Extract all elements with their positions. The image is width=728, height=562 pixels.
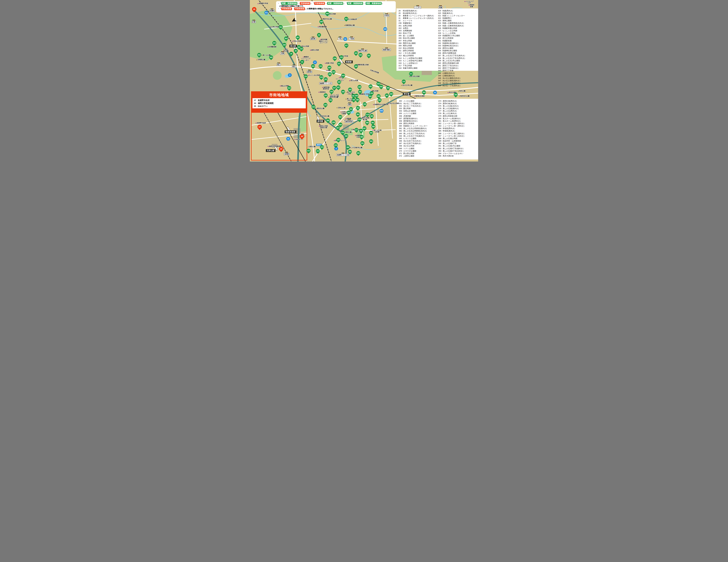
stop-number: 315 [399, 60, 403, 62]
bus-stop-marker[interactable]: 349 [362, 101, 367, 107]
bus-stop-marker[interactable]: 357 [335, 125, 341, 130]
stop-number: 368 [399, 145, 403, 147]
bus-stop-marker[interactable]: 379 [365, 112, 370, 117]
bus-stop-marker[interactable]: 328 [336, 79, 342, 85]
traffic-light-icon [361, 48, 364, 49]
stop-number: 391 [438, 145, 443, 147]
bus-stop-marker[interactable]: 322 [339, 54, 344, 60]
stop-name: 筑紫南コミュニティセンター [403, 125, 427, 127]
bus-stop-marker[interactable]: 331 [366, 53, 372, 58]
stop-number: 367 [399, 142, 403, 145]
stop-number: 25 [254, 105, 258, 108]
bus-stop-marker[interactable]: 386 [364, 120, 370, 125]
bus-stop-marker[interactable]: 313 [286, 85, 292, 91]
stop-name: 徳永外科・山本医院前 [443, 140, 461, 142]
stop-list-item: 331筑紫駅前通 [438, 40, 478, 42]
stop-list-item: 316ちくし台団地入口 [399, 62, 438, 65]
bus-stop-marker[interactable]: 355 [378, 84, 384, 89]
stop-list-item: 379原田公民館東分館 [438, 115, 478, 117]
bus-stop-marker[interactable]: 335 [323, 102, 328, 108]
bus-stop-marker[interactable]: 311 [296, 44, 302, 50]
bus-stop-marker[interactable]: 31 [299, 59, 305, 65]
stop-name: 筑紫駅前通 [442, 40, 452, 42]
stop-list-item: 381老人ホーム前(西向き) [438, 120, 478, 122]
bus-stop-marker[interactable]: 24 [278, 146, 284, 152]
traffic-light-icon [293, 64, 295, 65]
area-tag-chikushi: 筑紫・筑紫南地域 [327, 2, 343, 5]
stop-list-item: 309岡田公民館 [399, 45, 438, 47]
bus-stop-marker[interactable]: 391 [360, 140, 365, 146]
bus-stop-marker[interactable]: 345 [355, 97, 360, 102]
stop-list-item: 354五郎山古墳館前 [399, 110, 438, 112]
stop-list-mid-col2: 373原田IC東(西向き)374原田IC東(東向き)375美しが丘南(北向き)3… [438, 100, 478, 159]
stop-list-item: 352光が丘二丁目(北向き) [399, 105, 438, 107]
bus-stop-marker[interactable]: 333 [323, 92, 328, 98]
bus-stop-marker[interactable]: 336 [328, 97, 333, 103]
place-dot-icon [345, 118, 346, 119]
stop-name: 桜台公民館前 [403, 47, 414, 50]
stop-list-item: 328ちくしヶ丘団地 [438, 32, 478, 35]
bus-stop-marker[interactable]: 324 [323, 76, 328, 82]
place-dot-icon [458, 91, 459, 92]
map-stage[interactable]: ➤ ・「筑紫・筑紫南地域→市街地地域」「市街地地域→筑紫・筑紫南地域」「筑紫・筑… [250, 0, 478, 162]
bus-stop-marker[interactable]: 301 [278, 24, 283, 30]
bus-stop-marker[interactable]: 32 [316, 32, 322, 38]
stop-name: 光が丘四丁目(南向き) [403, 142, 421, 145]
bus-stop-marker[interactable]: 378 [357, 117, 362, 122]
stop-list-item: 303永岡隣保館 [399, 30, 438, 32]
map-place-label: 筑紫 [326, 70, 331, 71]
bus-stop-marker[interactable]: 25 [251, 6, 257, 12]
stop-name: 永岡公民館 [403, 25, 412, 27]
stop-name: 光が丘公民館 [403, 145, 414, 147]
bus-stop-marker[interactable]: 372 [306, 148, 311, 153]
stop-list-item: 321筑紫コミュニティセンター [438, 15, 478, 17]
urban-area-item: 17筑紫野市役所 [254, 99, 304, 102]
bus-stop-marker[interactable]: 367 [384, 92, 390, 98]
bus-stop-marker[interactable]: 316 [318, 63, 323, 69]
stop-name: 美しが丘(西向き) [443, 110, 457, 112]
bus-stop-marker[interactable]: 389 [345, 144, 351, 150]
stop-list-item: 326筑紫駅前通公民館 [438, 27, 478, 30]
place-dot-icon [256, 59, 257, 60]
bus-stop-marker[interactable]: 306 [282, 42, 287, 47]
stop-name: 筑紫(東向き) [442, 12, 453, 15]
stop-name: ニュータウン第一(西向き) [443, 125, 464, 127]
bus-stop-marker[interactable]: 361 [355, 105, 361, 111]
map-place-label: 美しが丘南 公民館 [373, 129, 381, 133]
stop-number: 393 [438, 150, 443, 152]
stop-list-item: 348光が丘一丁目(東向き) [438, 82, 478, 84]
bus-stop-marker[interactable]: 320 [327, 65, 332, 70]
stop-list-item: 338美しが丘北1丁目北(西向き) [438, 57, 478, 60]
bus-stop-marker[interactable]: 371 [408, 71, 414, 77]
bus-stop-marker[interactable]: 382 [343, 133, 349, 139]
stop-list-item: 301永岡公民館 [399, 25, 438, 27]
bus-stop-marker[interactable]: 312 [343, 16, 349, 22]
bus-stop-marker[interactable]: 308 [319, 19, 324, 24]
stop-name: 原田駅前(南向き) [403, 117, 417, 120]
stop-list-item: 342原田三丁目(南向き) [438, 67, 478, 69]
stop-number: 382 [438, 122, 443, 125]
stop-name: 美しが丘北1号公園前 [442, 60, 460, 62]
bus-stop-marker[interactable]: 29 [288, 51, 294, 56]
place-dot-icon [388, 103, 389, 104]
map-place-label: 筑紫野中学校 [258, 3, 268, 5]
stop-number: 313 [399, 54, 403, 57]
bus-stop-marker[interactable]: 368 [385, 85, 391, 90]
stop-list-item: 330若江公民館前 [438, 37, 478, 39]
stop-number: 305 [399, 35, 403, 37]
bus-stop-marker[interactable]: 330 [353, 63, 359, 69]
bus-stop-marker[interactable]: 390 [356, 150, 361, 156]
bus-stop-marker[interactable]: 385 [358, 128, 364, 133]
stop-name: グループホームおもやい [443, 152, 463, 155]
intersection-label: 中牟田 [384, 13, 389, 17]
stop-number: 335 [438, 50, 442, 52]
bus-stop-marker[interactable]: 348 [357, 84, 362, 90]
bus-stop-marker[interactable]: 369 [388, 91, 394, 97]
bus-stop-marker[interactable]: 393 [368, 138, 374, 144]
bus-stop-marker[interactable]: 392 [368, 130, 374, 136]
stop-list-item: 344公園前(北向き) [438, 72, 478, 75]
map-place-label: 光が丘公民館 [388, 103, 399, 104]
stop-list-item: 308岡田中央公園前 [399, 42, 438, 45]
bus-stop-marker[interactable]: 365 [377, 97, 382, 103]
bus-stop-marker[interactable]: 305 [268, 55, 274, 60]
